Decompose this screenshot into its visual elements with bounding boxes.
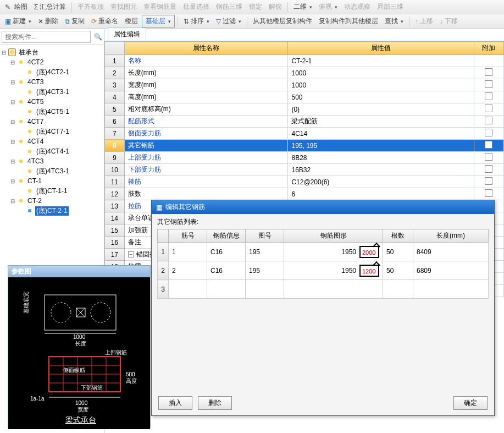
checkbox[interactable]: [485, 141, 492, 149]
tree-item[interactable]: (底)CT-2-1: [1, 206, 103, 216]
tree-toggle-icon[interactable]: ⊟: [1, 50, 7, 56]
tree-item[interactable]: (底)4CT7-1: [1, 127, 103, 136]
property-row[interactable]: 10 下部受力筋 16B32: [105, 164, 504, 176]
checkbox[interactable]: [485, 80, 492, 88]
prop-value[interactable]: 6: [288, 188, 474, 200]
look-down-button[interactable]: 俯视: [316, 1, 340, 13]
ok-button[interactable]: 确定: [453, 396, 488, 410]
property-row[interactable]: 7 侧面受力筋 4C14: [105, 128, 504, 140]
rebar-info-cell[interactable]: C16: [207, 243, 246, 261]
2d-dropdown[interactable]: 二维: [291, 1, 315, 13]
property-row[interactable]: 11 箍筋 C12@200(6): [105, 176, 504, 188]
tree-toggle-icon[interactable]: ⊟: [10, 198, 15, 204]
copy-from-other-button[interactable]: 从其他楼层复制构件: [250, 15, 315, 27]
insert-button[interactable]: 插入: [158, 396, 192, 410]
checkbox[interactable]: [485, 177, 492, 185]
prop-extra[interactable]: [474, 103, 503, 116]
prop-extra[interactable]: [474, 116, 503, 128]
property-row[interactable]: 6 配筋形式 梁式配筋: [105, 116, 504, 128]
prop-value[interactable]: 8B28: [288, 152, 474, 164]
collapse-icon[interactable]: −: [128, 251, 134, 257]
tree-item[interactable]: ⊟CT-2: [1, 196, 103, 206]
filter-button[interactable]: ▽ 过滤: [213, 15, 244, 27]
flat-top-button[interactable]: 平齐板顶: [75, 1, 107, 13]
prop-value[interactable]: CT-2-1: [288, 55, 474, 67]
prop-value[interactable]: 195, 195: [288, 140, 474, 152]
len-cell[interactable]: 8409: [413, 243, 489, 261]
tree-toggle-icon[interactable]: ⊟: [10, 99, 15, 105]
tree-item[interactable]: (底)4TC3-1: [1, 166, 103, 176]
tree-item[interactable]: ⊟桩承台: [1, 47, 103, 57]
prop-value[interactable]: 500: [288, 91, 474, 103]
checkbox[interactable]: [485, 189, 492, 197]
shape-cell[interactable]: 19502000: [284, 243, 383, 261]
property-row[interactable]: 3 宽度(mm) 1000: [105, 79, 504, 91]
prop-value[interactable]: 1000: [288, 67, 474, 79]
find-button[interactable]: 查找: [382, 15, 406, 27]
rebar-row[interactable]: 3: [158, 280, 489, 299]
prop-value[interactable]: (0): [288, 103, 474, 116]
prop-extra[interactable]: [474, 176, 503, 188]
tree-item[interactable]: ⊟4CT7: [1, 117, 103, 127]
tree-item[interactable]: (底)4CT3-1: [1, 87, 103, 97]
prop-value[interactable]: 1000: [288, 79, 474, 91]
prop-value[interactable]: C12@200(6): [288, 176, 474, 188]
tree-item[interactable]: (底)4CT4-1: [1, 146, 103, 156]
prop-extra[interactable]: [474, 152, 503, 164]
local-3d-button[interactable]: 局部三维: [374, 1, 406, 13]
tree-item[interactable]: ⊟4TC3: [1, 156, 103, 166]
batch-select-button[interactable]: 批量选择: [180, 1, 212, 13]
prop-extra[interactable]: [474, 140, 503, 152]
shape-cell[interactable]: 19501200: [284, 261, 383, 280]
find-entity-button[interactable]: 查找图元: [108, 1, 140, 13]
search-button[interactable]: 🔍: [92, 29, 104, 45]
dialog-titlebar[interactable]: ▦ 编辑其它钢筋: [152, 200, 494, 214]
checkbox[interactable]: [485, 153, 492, 161]
copy-to-other-button[interactable]: 复制构件到其他楼层: [316, 15, 381, 27]
rebar-info-cell[interactable]: C16: [207, 261, 246, 280]
tree-item[interactable]: ⊟4CT4: [1, 136, 103, 146]
copy-button[interactable]: ⧉ 复制: [62, 15, 87, 27]
prop-extra[interactable]: [474, 91, 503, 103]
property-row[interactable]: 8 其它钢筋 195, 195: [105, 140, 504, 152]
draw-button[interactable]: ✎绘图: [2, 1, 30, 13]
tree-toggle-icon[interactable]: ⊟: [10, 139, 15, 145]
tree-toggle-icon[interactable]: ⊟: [10, 119, 15, 125]
search-input[interactable]: [2, 31, 91, 43]
checkbox[interactable]: [485, 117, 492, 124]
draw-no-cell[interactable]: 195: [246, 243, 284, 261]
checkbox[interactable]: [485, 165, 492, 173]
sort-button[interactable]: ⇅ 排序: [181, 15, 212, 27]
prop-value[interactable]: 16B32: [288, 164, 474, 176]
tree-item[interactable]: ⊟4CT3: [1, 77, 103, 87]
move-down-button[interactable]: ↓ 下移: [437, 15, 461, 27]
rebar-no-cell[interactable]: 2: [169, 261, 207, 280]
prop-value[interactable]: 梁式配筋: [288, 116, 474, 128]
delete-button[interactable]: ✕ 删除: [35, 15, 61, 27]
tree-item[interactable]: ⊟CT-1: [1, 176, 103, 186]
tree-item[interactable]: ⊟4CT5: [1, 97, 103, 107]
dialog-delete-button[interactable]: 删除: [198, 396, 232, 410]
draw-no-cell[interactable]: 195: [246, 261, 284, 280]
tree-toggle-icon[interactable]: ⊟: [10, 79, 15, 85]
dyn-view-button[interactable]: 动态观察: [341, 1, 373, 13]
tree-toggle-icon[interactable]: ⊟: [10, 158, 15, 165]
prop-value[interactable]: 4C14: [288, 128, 474, 140]
qty-cell[interactable]: 50: [383, 243, 413, 261]
checkbox[interactable]: [485, 92, 492, 100]
checkbox[interactable]: [485, 129, 492, 136]
tree-item[interactable]: (底)4CT2-1: [1, 67, 103, 77]
tab-property-edit[interactable]: 属性编辑: [108, 28, 146, 41]
rename-button[interactable]: ⟳ 重命名: [88, 15, 121, 27]
prop-extra[interactable]: [474, 55, 503, 67]
property-row[interactable]: 4 高度(mm) 500: [105, 91, 504, 103]
rebar-no-cell[interactable]: 1: [169, 243, 207, 261]
tree-toggle-icon[interactable]: ⊟: [10, 178, 15, 184]
property-row[interactable]: 2 长度(mm) 1000: [105, 67, 504, 79]
property-row[interactable]: 5 相对底标高(m) (0): [105, 103, 504, 116]
tree-item[interactable]: (底)CT-1-1: [1, 186, 103, 196]
rebar-row[interactable]: 1 1 C16 195 19502000 50 8409: [158, 243, 489, 261]
property-row[interactable]: 9 上部受力筋 8B28: [105, 152, 504, 164]
move-up-button[interactable]: ↑ 上移: [412, 15, 436, 27]
tree-item[interactable]: ⊟4CT2: [1, 57, 103, 67]
